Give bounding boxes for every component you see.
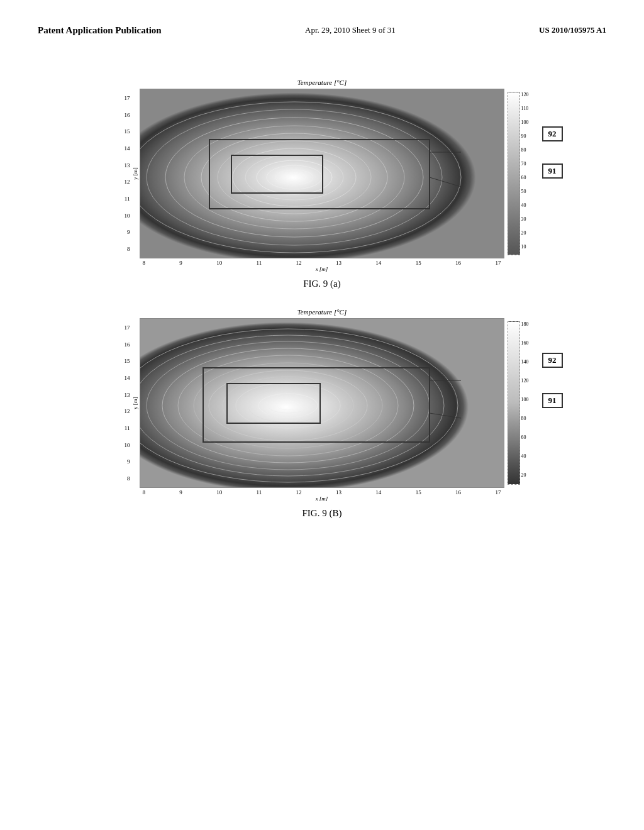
ref-label-92-9b: 92 bbox=[542, 353, 563, 368]
patent-number: US 2010/105975 A1 bbox=[539, 25, 606, 35]
chart-title-9b: Temperature [°C] bbox=[297, 308, 347, 316]
ref-labels-9a: 92 91 bbox=[542, 126, 563, 179]
publication-title: Patent Application Publication bbox=[38, 25, 162, 35]
x-axis-numbers-9b: 8 9 10 11 12 13 14 15 16 17 bbox=[140, 489, 504, 495]
header-right: US 2010/105975 A1 bbox=[539, 25, 606, 35]
header-center: Apr. 29, 2010 Sheet 9 of 31 bbox=[305, 25, 396, 35]
ref-label-92-9a: 92 bbox=[542, 126, 563, 141]
ref-labels-9b: 92 91 bbox=[542, 353, 563, 408]
ref-label-91-9b: 91 bbox=[542, 393, 563, 408]
figure-9a: Temperature [°C] 17 16 15 14 13 12 11 10… bbox=[38, 79, 606, 305]
chart-title-9a: Temperature [°C] bbox=[297, 79, 347, 86]
svg-rect-17 bbox=[140, 319, 504, 488]
header: Patent Application Publication Apr. 29, … bbox=[38, 25, 606, 41]
sheet-info: Apr. 29, 2010 Sheet 9 of 31 bbox=[305, 25, 396, 35]
colorbar-section-9b: 180 160 140 120 100 80 60 40 20 bbox=[508, 318, 520, 485]
y-axis-9b: 17 16 15 14 13 12 11 10 9 8 bbox=[125, 318, 130, 488]
y-axis-9a: 17 16 15 14 13 12 11 10 9 8 bbox=[125, 89, 130, 258]
contour-svg-9b bbox=[140, 319, 504, 488]
ref-label-91-9a: 91 bbox=[542, 163, 563, 179]
caption-9b: FIG. 9 (B) bbox=[303, 508, 342, 519]
figure-9b: Temperature [°C] 17 16 15 14 13 12 11 10… bbox=[38, 308, 606, 531]
y-axis-label-9b: y [m] bbox=[132, 318, 138, 488]
chart-9a bbox=[140, 89, 504, 258]
contour-svg-9a bbox=[140, 89, 504, 258]
header-left: Patent Application Publication bbox=[38, 25, 162, 36]
page: Patent Application Publication Apr. 29, … bbox=[0, 0, 644, 830]
caption-9a: FIG. 9 (a) bbox=[303, 279, 341, 289]
x-axis-label-9b: x [m] bbox=[140, 495, 504, 502]
colorbar-section-9a: 120 110 100 90 80 70 60 50 40 30 20 10 bbox=[508, 89, 520, 255]
y-axis-label-9a: y [m] bbox=[132, 89, 138, 258]
x-axis-label-9a: x [m] bbox=[140, 266, 504, 272]
chart-9b bbox=[140, 318, 504, 488]
x-axis-numbers-9a: 8 9 10 11 12 13 14 15 16 17 bbox=[140, 260, 504, 266]
colorbar-9b bbox=[508, 321, 520, 485]
colorbar-9a bbox=[508, 92, 520, 255]
